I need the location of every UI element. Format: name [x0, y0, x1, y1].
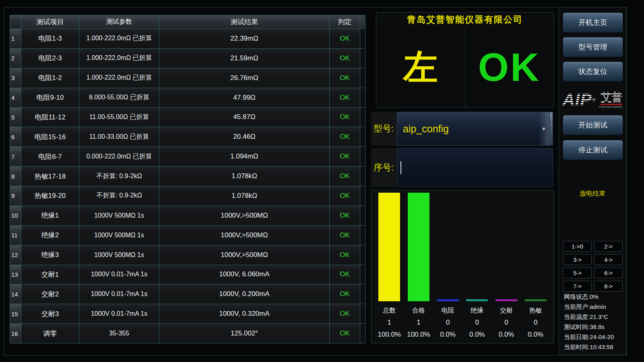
company-title-text: 青岛艾普智能仪器有限公司	[407, 14, 523, 26]
chart-columns: 总数1100.0%合格1100.0%电阻00.0%绝缘00.0%交耐00.0%热…	[372, 190, 553, 343]
status-line: 网络状态:0%	[564, 292, 624, 302]
judge-cell: OK	[330, 88, 360, 107]
table-scrollbar-track[interactable]	[360, 304, 365, 323]
table-row[interactable]: 15交耐31000V 0.01-7mA 1s1000V, 0.320mAOK	[10, 304, 365, 323]
model-manage-button[interactable]: 型号管理	[563, 37, 623, 57]
aip-logo-subtitle: Instrument System	[599, 105, 622, 108]
model-combobox[interactable]: aip_config ▼	[397, 112, 549, 146]
table-row[interactable]: 5电阻11-1211.00-55.00Ω 已折算45.87ΩOK	[10, 107, 365, 127]
test-item-cell: 热敏17-18	[21, 167, 79, 186]
table-scrollbar-track[interactable]	[360, 226, 365, 245]
test-result-cell: 1000V, 0.320mA	[159, 304, 330, 323]
io-button[interactable]: 4->	[594, 254, 623, 265]
chart-category-label: 热敏	[529, 304, 542, 317]
test-result-cell: 26.76mΩ	[159, 68, 330, 88]
table-scrollbar-track[interactable]	[360, 245, 365, 265]
chart-category-label: 绝缘	[471, 304, 483, 317]
table-row[interactable]: 13交耐11000V 0.01-7mA 1s1000V, 6.060mAOK	[10, 265, 365, 284]
judge-cell: OK	[330, 68, 360, 88]
table-scrollbar-track[interactable]	[360, 49, 365, 68]
io-button[interactable]: 2->	[594, 241, 623, 252]
table-row[interactable]: 9热敏19-20不折算: 0.9-2kΩ1.078kΩOK	[10, 186, 365, 206]
table-row[interactable]: 2电阻2-31.000-222.0mΩ 已折算21.59mΩOK	[10, 48, 365, 68]
table-scrollbar-track[interactable]	[360, 206, 365, 225]
serial-input[interactable]	[397, 148, 553, 187]
test-results-table: 测试项目测试参数测试结果判定 1电阻1-31.000-222.0mΩ 已折算22…	[10, 15, 365, 343]
result-display: 左 OK	[376, 27, 554, 108]
test-param-cell: 不折算: 0.9-2kΩ	[79, 167, 159, 186]
table-row[interactable]: 3电阻1-21.000-222.0mΩ 已折算26.76mΩOK	[10, 68, 365, 88]
test-item-cell: 电阻1-2	[21, 68, 79, 88]
aip-logo-text: AIP	[563, 90, 592, 109]
table-row[interactable]: 11绝缘21000V 500MΩ 1s1000V,>500MΩOK	[10, 225, 365, 245]
chart-category-label: 总数	[383, 304, 396, 317]
test-result-cell: 1000V,>500MΩ	[159, 245, 330, 265]
table-scrollbar-track[interactable]	[360, 29, 365, 48]
test-param-cell: 1000V 0.01-7mA 1s	[79, 265, 159, 284]
judge-cell: OK	[330, 304, 360, 323]
test-param-cell: 不折算: 0.9-2kΩ	[79, 186, 159, 206]
io-button[interactable]: 7->	[563, 281, 592, 292]
row-number: 12	[10, 245, 21, 265]
test-result-cell: 1.094mΩ	[159, 147, 330, 166]
table-row[interactable]: 16调零35-355125.002°OK	[10, 323, 365, 343]
table-row[interactable]: 7电阻6-70.000-222.0mΩ 已折算1.094mΩOK	[10, 146, 365, 166]
table-row[interactable]: 10绝缘11000V 500MΩ 1s1000V,>500MΩOK	[10, 206, 365, 225]
table-scrollbar-track[interactable]	[360, 167, 365, 186]
chart-bar	[378, 193, 400, 301]
table-row[interactable]: 12绝缘31000V 500MΩ 1s1000V,>500MΩOK	[10, 245, 365, 265]
io-button[interactable]: 8->	[594, 281, 623, 292]
io-button[interactable]: 5->	[563, 267, 592, 278]
io-button[interactable]: 1->0	[563, 241, 592, 252]
serial-label: 序号:	[371, 148, 397, 187]
table-scrollbar-track[interactable]	[360, 108, 365, 127]
verdict-text: OK	[478, 45, 541, 90]
text-caret	[400, 161, 401, 174]
table-scrollbar-track[interactable]	[360, 68, 365, 88]
status-reset-button[interactable]: 状态复位	[563, 62, 623, 82]
model-row: 型号: aip_config ▼	[371, 112, 553, 146]
judge-cell: OK	[330, 324, 360, 343]
chart-bar-area	[525, 190, 547, 301]
table-header-row: 测试项目测试参数测试结果判定	[10, 15, 365, 29]
test-result-cell: 1000V, 0.200mA	[159, 284, 330, 304]
chevron-down-icon: ▼	[542, 126, 546, 131]
chart-count-label: 1	[417, 317, 420, 329]
home-button[interactable]: 开机主页	[563, 12, 623, 33]
table-scrollbar-track[interactable]	[360, 88, 365, 107]
table-scrollbar-track[interactable]	[360, 284, 365, 304]
table-row[interactable]: 1电阻1-31.000-222.0mΩ 已折算22.39mΩOK	[10, 29, 365, 48]
table-scrollbar-track[interactable]	[360, 147, 365, 166]
combo-dropdown-strip[interactable]: ▼	[539, 112, 549, 145]
table-scrollbar-track[interactable]	[360, 127, 365, 146]
chart-count-label: 0	[475, 317, 479, 329]
aip-logo-cn: 艾普	[601, 91, 622, 105]
combo-scrollbar[interactable]	[549, 112, 553, 146]
judge-cell: OK	[330, 127, 360, 146]
io-button[interactable]: 6->	[594, 267, 623, 278]
chart-percent-label: 100.0%	[378, 329, 401, 341]
start-test-button[interactable]: 开始测试	[563, 115, 623, 135]
table-row[interactable]: 8热敏17-18不折算: 0.9-2kΩ1.078kΩOK	[10, 166, 365, 186]
test-param-cell: 1.000-222.0mΩ 已折算	[79, 29, 159, 48]
table-row[interactable]: 14交耐21000V 0.01-7mA 1s1000V, 0.200mAOK	[10, 284, 365, 304]
chart-bar-area	[408, 190, 429, 301]
table-scrollbar-track[interactable]	[360, 186, 365, 206]
stop-test-button[interactable]: 停止测试	[563, 140, 623, 160]
table-scrollbar-track[interactable]	[360, 324, 365, 343]
chart-category-label: 电阻	[442, 304, 454, 317]
test-result-cell: 1.078kΩ	[159, 186, 330, 206]
test-param-cell: 1000V 500MΩ 1s	[79, 226, 159, 245]
row-number: 3	[10, 68, 21, 88]
table-scrollbar-top	[360, 15, 365, 29]
table-row[interactable]: 6电阻15-1611.00-33.00Ω 已折算20.46ΩOK	[10, 127, 365, 146]
test-param-cell: 35-355	[79, 324, 159, 343]
io-button[interactable]: 3->	[563, 254, 592, 265]
chart-bar-area	[437, 190, 459, 301]
table-scrollbar-track[interactable]	[360, 265, 365, 284]
test-param-cell: 0.000-222.0mΩ 已折算	[79, 147, 159, 166]
chart-column: 绝缘00.0%	[462, 190, 492, 343]
table-row[interactable]: 4电阻9-108.000-55.00Ω 已折算47.99ΩOK	[10, 88, 365, 107]
chart-percent-label: 100.0%	[407, 329, 430, 341]
column-header: 测试项目	[21, 15, 79, 29]
